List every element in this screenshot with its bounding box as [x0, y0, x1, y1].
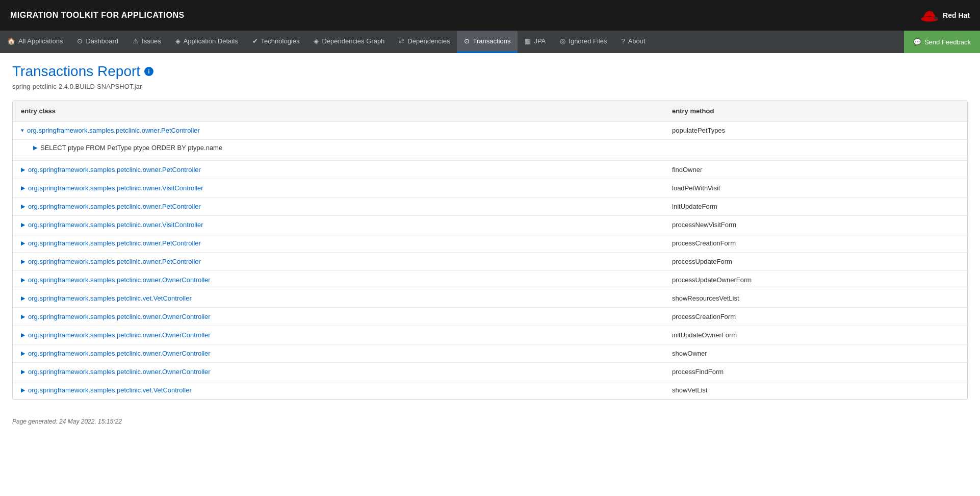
nav-item-dashboard[interactable]: ⊙ Dashboard [70, 31, 125, 53]
entry-class-link[interactable]: org.springframework.samples.petclinic.ve… [28, 294, 192, 302]
collapse-icon[interactable]: ▾ [21, 127, 24, 134]
entry-class-link[interactable]: org.springframework.samples.petclinic.ow… [28, 350, 211, 357]
entry-class-cell: ▶ org.springframework.samples.petclinic.… [13, 253, 664, 271]
entry-class-link[interactable]: org.springframework.samples.petclinic.ow… [28, 184, 203, 192]
entry-method-cell: showVetList [664, 381, 967, 400]
page-content: Transactions Report i spring-petclinic-2… [0, 53, 980, 410]
transactions-table: entry class entry method ▾ org.springfra… [13, 101, 967, 399]
send-feedback-button[interactable]: 💬 Send Feedback [904, 31, 980, 53]
entry-method-cell: processUpdateOwnerForm [664, 271, 967, 289]
expand-icon[interactable]: ▶ [21, 185, 25, 191]
table-row: ▾ org.springframework.samples.petclinic.… [13, 121, 967, 140]
entry-method-cell: processUpdateForm [664, 253, 967, 271]
nav-label-transactions: Transactions [473, 37, 510, 45]
info-icon[interactable]: i [144, 67, 153, 76]
app-title: MIGRATION TOOLKIT FOR APPLICATIONS [10, 11, 185, 20]
nav-label-dashboard: Dashboard [86, 37, 118, 45]
redhat-label: Red Hat [943, 11, 970, 19]
spacer-row [13, 156, 967, 161]
page-footer: Page generated: 24 May 2022, 15:15:22 [0, 410, 980, 433]
page-title-text: Transactions Report [12, 63, 140, 80]
top-header: MIGRATION TOOLKIT FOR APPLICATIONS Red H… [0, 0, 980, 31]
jpa-icon: ▦ [525, 37, 531, 45]
redhat-logo: Red Hat [920, 8, 970, 22]
entry-class-cell: ▶ org.springframework.samples.petclinic.… [13, 308, 664, 326]
table-row: ▶ org.springframework.samples.petclinic.… [13, 326, 967, 344]
expand-icon[interactable]: ▶ [21, 368, 25, 375]
entry-method-cell: processCreationForm [664, 308, 967, 326]
nav-item-dependencies[interactable]: ⇄ Dependencies [392, 31, 457, 53]
entry-class-cell: ▶ org.springframework.samples.petclinic.… [13, 179, 664, 197]
entry-class-link[interactable]: org.springframework.samples.petclinic.ow… [28, 331, 211, 339]
table-row: ▶ org.springframework.samples.petclinic.… [13, 289, 967, 308]
send-feedback-label: Send Feedback [924, 38, 971, 46]
entry-class-link[interactable]: org.springframework.samples.petclinic.ow… [27, 127, 200, 134]
entry-class-cell: ▶ org.springframework.samples.petclinic.… [13, 161, 664, 179]
expand-icon[interactable]: ▶ [21, 295, 25, 302]
expand-icon[interactable]: ▶ [21, 313, 25, 320]
entry-class-link[interactable]: org.springframework.samples.petclinic.ow… [28, 258, 201, 265]
expand-icon[interactable]: ▶ [21, 258, 25, 265]
nav-label-jpa: JPA [534, 37, 546, 45]
entry-class-cell: ▶ org.springframework.samples.petclinic.… [13, 271, 664, 289]
entry-class-link[interactable]: org.springframework.samples.petclinic.ve… [28, 386, 192, 394]
entry-method-cell: initUpdateOwnerForm [664, 326, 967, 344]
entry-class-link[interactable]: org.springframework.samples.petclinic.ow… [28, 203, 201, 210]
entry-method-cell: initUpdateForm [664, 197, 967, 216]
entry-method-cell: showOwner [664, 344, 967, 363]
expand-icon[interactable]: ▶ [21, 332, 25, 338]
expand-icon[interactable]: ▶ [21, 240, 25, 246]
table-row: ▶ org.springframework.samples.petclinic.… [13, 344, 967, 363]
entry-method-cell: processFindForm [664, 363, 967, 381]
entry-class-link[interactable]: org.springframework.samples.petclinic.ow… [28, 313, 211, 320]
nav-item-dependencies-graph[interactable]: ◈ Dependencies Graph [306, 31, 392, 53]
expand-icon[interactable]: ▶ [21, 166, 25, 173]
redhat-hat-icon [920, 8, 939, 22]
expand-icon[interactable]: ▶ [21, 221, 25, 228]
entry-class-cell: ▶ org.springframework.samples.petclinic.… [13, 326, 664, 344]
table-row: ▶ org.springframework.samples.petclinic.… [13, 161, 967, 179]
nav-label-dependencies-graph: Dependencies Graph [322, 37, 384, 45]
entry-class-link[interactable]: org.springframework.samples.petclinic.ow… [28, 239, 201, 247]
nav-label-all-applications: All Applications [18, 37, 63, 45]
dashboard-icon: ⊙ [77, 37, 83, 45]
expand-icon[interactable]: ▶ [21, 350, 25, 357]
entry-class-cell: ▶ org.springframework.samples.petclinic.… [13, 234, 664, 253]
table-header-row: entry class entry method [13, 101, 967, 121]
entry-class-link[interactable]: org.springframework.samples.petclinic.ow… [28, 166, 201, 173]
col-header-entry-method: entry method [664, 101, 967, 121]
entry-class-cell: ▶ org.springframework.samples.petclinic.… [13, 216, 664, 234]
nav-bar: 🏠 All Applications ⊙ Dashboard ⚠ Issues … [0, 31, 980, 53]
table-row: ▶ org.springframework.samples.petclinic.… [13, 271, 967, 289]
entry-class-link[interactable]: org.springframework.samples.petclinic.ow… [28, 221, 203, 229]
technologies-icon: ✔ [252, 37, 258, 45]
sub-expand-icon[interactable]: ▶ [33, 144, 37, 151]
nav-item-technologies[interactable]: ✔ Technologies [245, 31, 307, 53]
page-subtitle: spring-petclinic-2.4.0.BUILD-SNAPSHOT.ja… [12, 83, 968, 90]
sub-row-text: SELECT ptype FROM PetType ptype ORDER BY… [40, 144, 222, 152]
entry-method-cell: loadPetWithVisit [664, 179, 967, 197]
entry-class-link[interactable]: org.springframework.samples.petclinic.ow… [28, 276, 211, 284]
nav-item-issues[interactable]: ⚠ Issues [125, 31, 168, 53]
col-header-entry-class: entry class [13, 101, 664, 121]
nav-item-ignored-files[interactable]: ◎ Ignored Files [553, 31, 614, 53]
table-row: ▶ org.springframework.samples.petclinic.… [13, 216, 967, 234]
table-row: ▶ org.springframework.samples.petclinic.… [13, 253, 967, 271]
nav-item-transactions[interactable]: ⊙ Transactions [457, 31, 518, 53]
table-row: ▶ org.springframework.samples.petclinic.… [13, 179, 967, 197]
table-row: ▶ org.springframework.samples.petclinic.… [13, 234, 967, 253]
nav-spacer [653, 31, 904, 53]
expand-icon[interactable]: ▶ [21, 203, 25, 210]
table-row: ▶ org.springframework.samples.petclinic.… [13, 197, 967, 216]
page-title: Transactions Report i [12, 63, 968, 80]
expand-icon[interactable]: ▶ [21, 387, 25, 393]
nav-item-application-details[interactable]: ◈ Application Details [168, 31, 245, 53]
nav-item-about[interactable]: ? About [614, 31, 652, 53]
entry-class-link[interactable]: org.springframework.samples.petclinic.ow… [28, 368, 211, 376]
entry-class-cell: ▶ org.springframework.samples.petclinic.… [13, 344, 664, 363]
issues-icon: ⚠ [133, 37, 139, 45]
nav-item-all-applications[interactable]: 🏠 All Applications [0, 31, 70, 53]
nav-item-jpa[interactable]: ▦ JPA [518, 31, 553, 53]
expand-icon[interactable]: ▶ [21, 277, 25, 283]
nav-label-technologies: Technologies [261, 37, 300, 45]
